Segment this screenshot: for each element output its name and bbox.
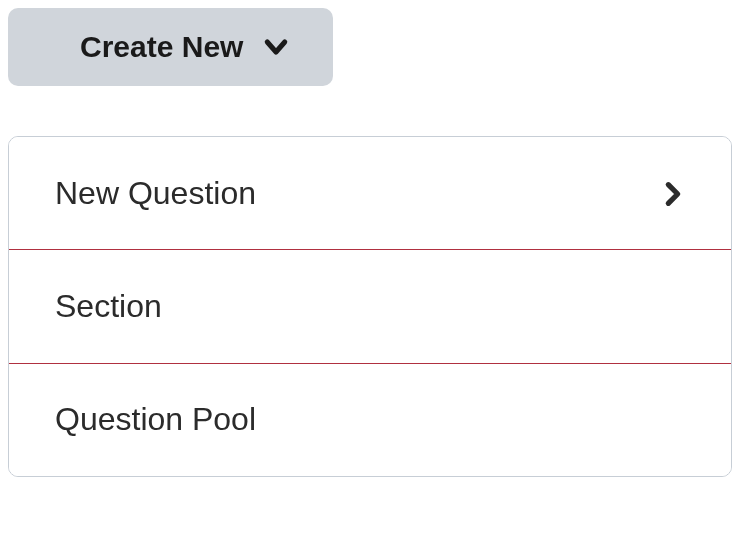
menu-item-label: Question Pool: [55, 401, 256, 438]
create-new-dropdown: New Question Section Question Pool: [8, 136, 732, 477]
menu-item-label: New Question: [55, 175, 256, 212]
chevron-down-icon: [261, 32, 291, 62]
menu-item-section[interactable]: Section: [8, 249, 732, 364]
create-new-label: Create New: [80, 30, 243, 64]
menu-item-new-question[interactable]: New Question: [9, 137, 731, 250]
chevron-right-icon: [659, 180, 687, 208]
menu-item-question-pool[interactable]: Question Pool: [9, 363, 731, 476]
menu-item-label: Section: [55, 288, 162, 325]
create-new-button[interactable]: Create New: [8, 8, 333, 86]
